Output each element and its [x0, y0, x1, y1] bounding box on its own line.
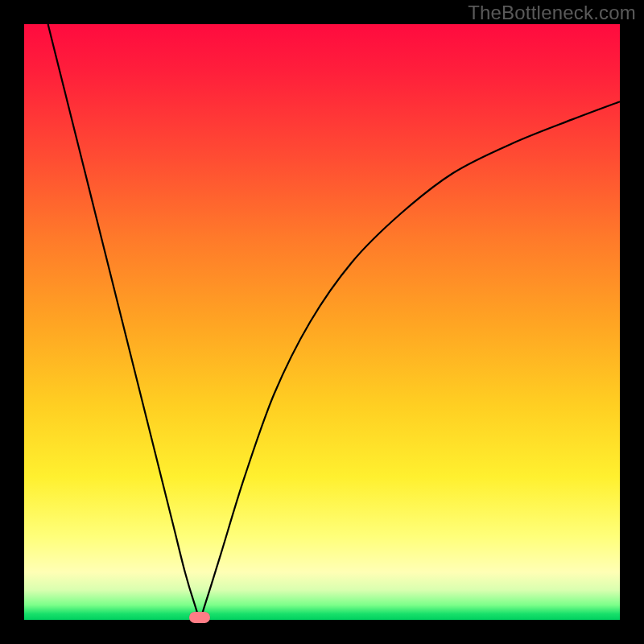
chart-frame: TheBottleneck.com	[0, 0, 644, 644]
plot-area	[24, 24, 620, 620]
bottleneck-curve	[48, 24, 620, 617]
min-marker	[189, 612, 210, 623]
curve-svg	[24, 24, 620, 620]
watermark-text: TheBottleneck.com	[468, 2, 636, 24]
